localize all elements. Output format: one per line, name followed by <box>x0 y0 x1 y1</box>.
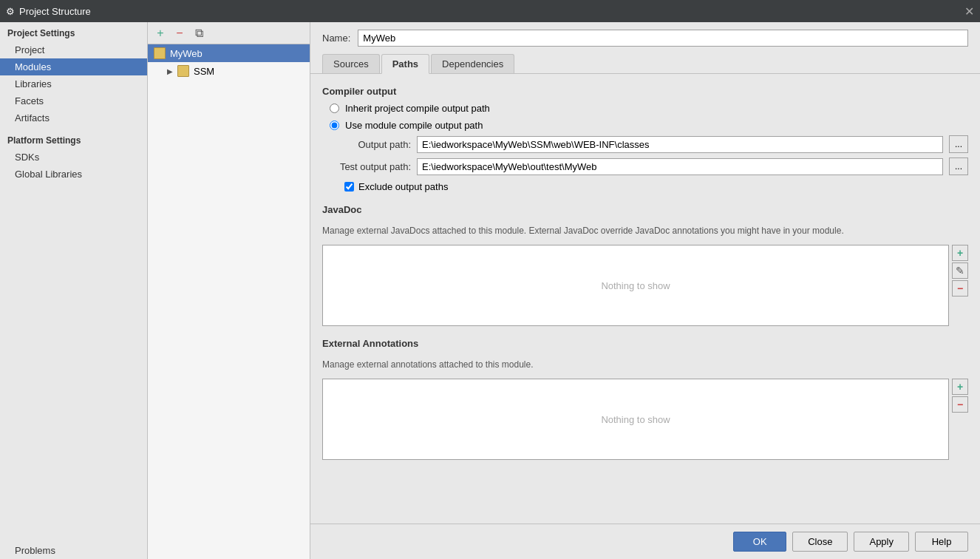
compiler-output-title: Compiler output <box>322 86 968 97</box>
tab-sources[interactable]: Sources <box>322 54 380 73</box>
module-icon-ssm <box>177 65 189 77</box>
module-name-ssm: SSM <box>194 66 214 77</box>
sidebar-item-sdks[interactable]: SDKs <box>0 149 147 166</box>
help-button[interactable]: Help <box>915 532 968 552</box>
ext-annotations-toolbar: + − <box>952 379 968 460</box>
content-area: Name: Sources Paths Dependencies Compile… <box>310 22 980 559</box>
platform-settings-label: Platform Settings <box>0 126 147 149</box>
compiler-output-section: Compiler output Inherit project compile … <box>322 86 968 192</box>
exclude-checkbox[interactable] <box>344 182 354 192</box>
ext-annotations-add-button[interactable]: + <box>952 379 968 395</box>
inherit-radio-label: Inherit project compile output path <box>345 103 490 114</box>
test-output-path-label: Test output path: <box>330 161 411 172</box>
tabs-row: Sources Paths Dependencies <box>310 54 980 74</box>
cancel-button[interactable]: Close <box>792 532 848 552</box>
paths-panel: Compiler output Inherit project compile … <box>310 74 980 524</box>
name-input[interactable] <box>358 30 968 47</box>
javadoc-title: JavaDoc <box>322 204 968 215</box>
javadoc-toolbar: + ✎ − <box>952 245 968 326</box>
title-bar: ⚙ Project Structure ✕ <box>0 0 980 22</box>
javadoc-desc: Manage external JavaDocs attached to thi… <box>322 226 968 236</box>
sidebar-item-artifacts[interactable]: Artifacts <box>0 109 147 126</box>
javadoc-list: Nothing to show <box>322 245 949 326</box>
inherit-radio-item[interactable]: Inherit project compile output path <box>330 103 968 114</box>
exclude-label: Exclude output paths <box>358 181 448 192</box>
ok-button[interactable]: OK <box>733 532 786 552</box>
sidebar-item-problems[interactable]: Problems <box>0 542 147 559</box>
exclude-checkbox-row: Exclude output paths <box>322 181 968 192</box>
inherit-radio[interactable] <box>330 104 339 113</box>
sidebar-item-facets[interactable]: Facets <box>0 92 147 109</box>
ext-annotations-remove-button[interactable]: − <box>952 396 968 413</box>
module-item-myweb[interactable]: MyWeb <box>148 44 310 62</box>
remove-module-button[interactable]: − <box>171 25 188 41</box>
test-output-path-row: Test output path: ... <box>322 157 968 175</box>
module-toolbar: + − ⧉ <box>148 22 310 44</box>
name-row: Name: <box>310 22 980 54</box>
apply-button[interactable]: Apply <box>854 532 909 552</box>
copy-module-button[interactable]: ⧉ <box>191 25 207 41</box>
sidebar-item-modules[interactable]: Modules <box>0 58 147 75</box>
javadoc-remove-button[interactable]: − <box>952 280 968 297</box>
module-name-myweb: MyWeb <box>170 48 203 59</box>
project-settings-label: Project Settings <box>0 22 147 41</box>
ext-annotations-desc: Manage external annotations attached to … <box>322 359 968 370</box>
javadoc-list-container: Nothing to show + ✎ − <box>322 245 968 326</box>
use-module-radio-label: Use module compile output path <box>345 120 483 131</box>
ext-annotations-list-container: Nothing to show + − <box>322 379 968 460</box>
app-icon: ⚙ <box>6 6 15 17</box>
ext-annotations-list: Nothing to show <box>322 379 949 460</box>
ext-annotations-title: External Annotations <box>322 338 968 349</box>
name-label: Name: <box>322 33 350 44</box>
test-output-browse-button[interactable]: ... <box>949 157 968 175</box>
javadoc-edit-button[interactable]: ✎ <box>952 262 968 279</box>
button-bar: OK Close Apply Help <box>310 524 980 559</box>
close-button[interactable]: ✕ <box>964 4 974 18</box>
use-module-radio[interactable] <box>330 121 339 130</box>
module-item-ssm[interactable]: ▶ SSM <box>148 62 310 80</box>
add-module-button[interactable]: + <box>152 25 169 41</box>
output-path-browse-button[interactable]: ... <box>949 135 968 153</box>
javadoc-add-button[interactable]: + <box>952 245 968 261</box>
compiler-output-radio-group: Inherit project compile output path Use … <box>322 103 968 131</box>
dialog-body: Project Settings Project Modules Librari… <box>0 22 980 559</box>
javadoc-empty-text: Nothing to show <box>601 280 670 291</box>
expand-arrow-ssm: ▶ <box>166 67 174 75</box>
output-path-label: Output path: <box>330 139 411 150</box>
test-output-path-input[interactable] <box>417 158 943 175</box>
ext-annotations-section: External Annotations Manage external ann… <box>322 338 968 460</box>
sidebar: Project Settings Project Modules Librari… <box>0 22 148 559</box>
module-list-area: + − ⧉ MyWeb ▶ SSM <box>148 22 310 559</box>
module-icon-myweb <box>154 47 166 59</box>
output-path-row: Output path: ... <box>322 135 968 153</box>
ext-annotations-empty-text: Nothing to show <box>601 414 670 425</box>
use-module-radio-item[interactable]: Use module compile output path <box>330 120 968 131</box>
dialog-title: Project Structure <box>19 6 964 17</box>
output-path-input[interactable] <box>417 136 943 153</box>
tab-dependencies[interactable]: Dependencies <box>431 54 514 73</box>
javadoc-section: JavaDoc Manage external JavaDocs attache… <box>322 204 968 326</box>
sidebar-item-libraries[interactable]: Libraries <box>0 75 147 92</box>
sidebar-item-global-libraries[interactable]: Global Libraries <box>0 166 147 183</box>
tab-paths[interactable]: Paths <box>381 54 429 74</box>
sidebar-item-project[interactable]: Project <box>0 41 147 58</box>
